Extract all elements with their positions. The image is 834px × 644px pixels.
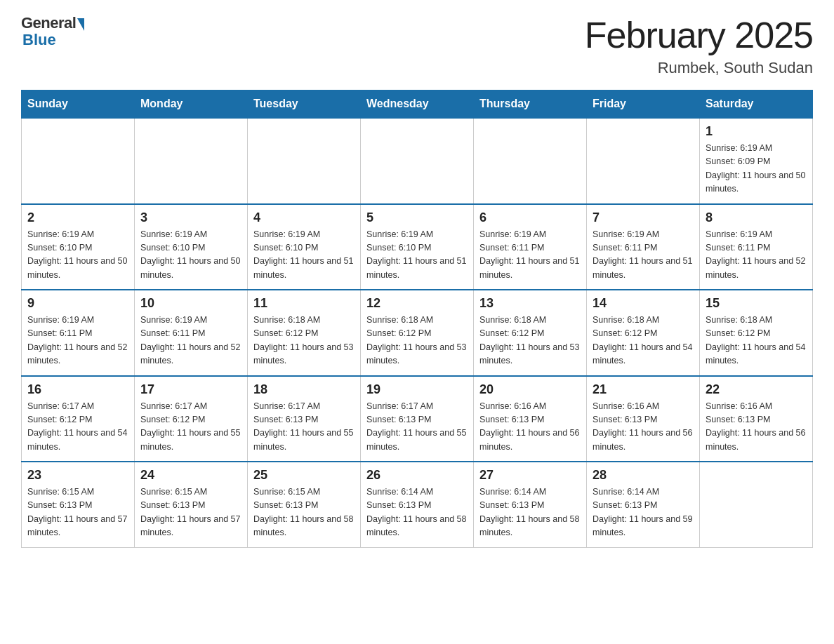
- day-header-monday: Monday: [135, 90, 248, 119]
- calendar-cell: 23Sunrise: 6:15 AM Sunset: 6:13 PM Dayli…: [22, 462, 135, 547]
- calendar-cell: [587, 118, 700, 204]
- calendar-cell: 18Sunrise: 6:17 AM Sunset: 6:13 PM Dayli…: [248, 376, 361, 462]
- calendar-cell: 19Sunrise: 6:17 AM Sunset: 6:13 PM Dayli…: [361, 376, 474, 462]
- day-info: Sunrise: 6:19 AM Sunset: 6:11 PM Dayligh…: [706, 229, 805, 280]
- days-of-week-row: SundayMondayTuesdayWednesdayThursdayFrid…: [22, 90, 813, 119]
- calendar-cell: 7Sunrise: 6:19 AM Sunset: 6:11 PM Daylig…: [587, 204, 700, 290]
- day-header-thursday: Thursday: [474, 90, 587, 119]
- day-number: 16: [27, 382, 128, 397]
- calendar-cell: 6Sunrise: 6:19 AM Sunset: 6:11 PM Daylig…: [474, 204, 587, 290]
- calendar-cell: 9Sunrise: 6:19 AM Sunset: 6:11 PM Daylig…: [22, 290, 135, 376]
- day-info: Sunrise: 6:19 AM Sunset: 6:11 PM Dayligh…: [140, 315, 240, 365]
- day-header-friday: Friday: [587, 90, 700, 119]
- calendar-cell: 4Sunrise: 6:19 AM Sunset: 6:10 PM Daylig…: [248, 204, 361, 290]
- day-info: Sunrise: 6:19 AM Sunset: 6:11 PM Dayligh…: [479, 229, 579, 280]
- calendar-cell: 1Sunrise: 6:19 AM Sunset: 6:09 PM Daylig…: [700, 118, 813, 204]
- day-info: Sunrise: 6:19 AM Sunset: 6:10 PM Dayligh…: [366, 229, 466, 280]
- day-info: Sunrise: 6:19 AM Sunset: 6:11 PM Dayligh…: [27, 315, 127, 365]
- calendar-cell: [361, 118, 474, 204]
- day-info: Sunrise: 6:18 AM Sunset: 6:12 PM Dayligh…: [479, 315, 579, 365]
- day-number: 5: [366, 210, 468, 225]
- calendar-cell: [135, 118, 248, 204]
- calendar-cell: 15Sunrise: 6:18 AM Sunset: 6:12 PM Dayli…: [700, 290, 813, 376]
- calendar-cell: 22Sunrise: 6:16 AM Sunset: 6:13 PM Dayli…: [700, 376, 813, 462]
- day-number: 4: [253, 210, 355, 225]
- day-info: Sunrise: 6:19 AM Sunset: 6:09 PM Dayligh…: [706, 143, 805, 194]
- day-info: Sunrise: 6:15 AM Sunset: 6:13 PM Dayligh…: [140, 487, 240, 537]
- day-number: 22: [706, 382, 807, 397]
- logo-blue-text: Blue: [22, 31, 56, 49]
- month-title: February 2025: [585, 14, 813, 56]
- day-number: 12: [366, 296, 468, 311]
- day-number: 13: [479, 296, 581, 311]
- day-info: Sunrise: 6:17 AM Sunset: 6:12 PM Dayligh…: [140, 401, 240, 452]
- day-info: Sunrise: 6:16 AM Sunset: 6:13 PM Dayligh…: [479, 401, 579, 452]
- calendar-cell: 27Sunrise: 6:14 AM Sunset: 6:13 PM Dayli…: [474, 462, 587, 547]
- day-info: Sunrise: 6:15 AM Sunset: 6:13 PM Dayligh…: [253, 487, 353, 537]
- day-info: Sunrise: 6:17 AM Sunset: 6:13 PM Dayligh…: [366, 401, 466, 452]
- day-header-wednesday: Wednesday: [361, 90, 474, 119]
- calendar-cell: 17Sunrise: 6:17 AM Sunset: 6:12 PM Dayli…: [135, 376, 248, 462]
- calendar-cell: 11Sunrise: 6:18 AM Sunset: 6:12 PM Dayli…: [248, 290, 361, 376]
- calendar-cell: 28Sunrise: 6:14 AM Sunset: 6:13 PM Dayli…: [587, 462, 700, 547]
- day-number: 2: [27, 210, 128, 225]
- calendar-cell: 21Sunrise: 6:16 AM Sunset: 6:13 PM Dayli…: [587, 376, 700, 462]
- calendar-cell: 3Sunrise: 6:19 AM Sunset: 6:10 PM Daylig…: [135, 204, 248, 290]
- day-info: Sunrise: 6:19 AM Sunset: 6:10 PM Dayligh…: [253, 229, 353, 280]
- day-info: Sunrise: 6:17 AM Sunset: 6:13 PM Dayligh…: [253, 401, 353, 452]
- calendar-cell: 10Sunrise: 6:19 AM Sunset: 6:11 PM Dayli…: [135, 290, 248, 376]
- day-number: 1: [706, 124, 807, 139]
- day-info: Sunrise: 6:19 AM Sunset: 6:11 PM Dayligh…: [593, 229, 692, 280]
- page-header: General Blue February 2025 Rumbek, South…: [21, 14, 813, 77]
- calendar-week-1: 1Sunrise: 6:19 AM Sunset: 6:09 PM Daylig…: [22, 118, 813, 204]
- calendar-cell: [22, 118, 135, 204]
- calendar-week-3: 9Sunrise: 6:19 AM Sunset: 6:11 PM Daylig…: [22, 290, 813, 376]
- calendar-week-5: 23Sunrise: 6:15 AM Sunset: 6:13 PM Dayli…: [22, 462, 813, 547]
- day-number: 20: [479, 382, 581, 397]
- logo-triangle-icon: [77, 18, 84, 31]
- day-info: Sunrise: 6:16 AM Sunset: 6:13 PM Dayligh…: [706, 401, 805, 452]
- logo-general-text: General: [21, 14, 76, 32]
- day-number: 25: [253, 468, 355, 483]
- day-info: Sunrise: 6:18 AM Sunset: 6:12 PM Dayligh…: [253, 315, 353, 365]
- day-number: 24: [140, 468, 241, 483]
- day-number: 17: [140, 382, 241, 397]
- day-number: 9: [27, 296, 128, 311]
- title-section: February 2025 Rumbek, South Sudan: [585, 14, 813, 77]
- day-number: 15: [706, 296, 807, 311]
- day-info: Sunrise: 6:18 AM Sunset: 6:12 PM Dayligh…: [593, 315, 692, 365]
- day-info: Sunrise: 6:15 AM Sunset: 6:13 PM Dayligh…: [27, 487, 127, 537]
- calendar-cell: [700, 462, 813, 547]
- day-number: 26: [366, 468, 468, 483]
- day-number: 23: [27, 468, 128, 483]
- calendar-cell: 12Sunrise: 6:18 AM Sunset: 6:12 PM Dayli…: [361, 290, 474, 376]
- calendar-week-4: 16Sunrise: 6:17 AM Sunset: 6:12 PM Dayli…: [22, 376, 813, 462]
- calendar-cell: 8Sunrise: 6:19 AM Sunset: 6:11 PM Daylig…: [700, 204, 813, 290]
- day-number: 19: [366, 382, 468, 397]
- day-number: 7: [593, 210, 694, 225]
- day-number: 21: [593, 382, 694, 397]
- day-number: 8: [706, 210, 807, 225]
- day-info: Sunrise: 6:17 AM Sunset: 6:12 PM Dayligh…: [27, 401, 127, 452]
- calendar-cell: 14Sunrise: 6:18 AM Sunset: 6:12 PM Dayli…: [587, 290, 700, 376]
- calendar-cell: 24Sunrise: 6:15 AM Sunset: 6:13 PM Dayli…: [135, 462, 248, 547]
- day-number: 10: [140, 296, 241, 311]
- calendar-cell: 13Sunrise: 6:18 AM Sunset: 6:12 PM Dayli…: [474, 290, 587, 376]
- day-header-saturday: Saturday: [700, 90, 813, 119]
- logo: General Blue: [21, 14, 84, 49]
- calendar-week-2: 2Sunrise: 6:19 AM Sunset: 6:10 PM Daylig…: [22, 204, 813, 290]
- day-number: 27: [479, 468, 581, 483]
- day-number: 14: [593, 296, 694, 311]
- calendar-cell: 16Sunrise: 6:17 AM Sunset: 6:12 PM Dayli…: [22, 376, 135, 462]
- calendar-table: SundayMondayTuesdayWednesdayThursdayFrid…: [21, 90, 813, 548]
- day-info: Sunrise: 6:19 AM Sunset: 6:10 PM Dayligh…: [140, 229, 240, 280]
- day-number: 28: [593, 468, 694, 483]
- location-title: Rumbek, South Sudan: [585, 59, 813, 77]
- day-number: 11: [253, 296, 355, 311]
- day-info: Sunrise: 6:14 AM Sunset: 6:13 PM Dayligh…: [593, 487, 692, 537]
- day-info: Sunrise: 6:16 AM Sunset: 6:13 PM Dayligh…: [593, 401, 692, 452]
- calendar-cell: 20Sunrise: 6:16 AM Sunset: 6:13 PM Dayli…: [474, 376, 587, 462]
- calendar-cell: 26Sunrise: 6:14 AM Sunset: 6:13 PM Dayli…: [361, 462, 474, 547]
- day-info: Sunrise: 6:18 AM Sunset: 6:12 PM Dayligh…: [706, 315, 805, 365]
- calendar-body: 1Sunrise: 6:19 AM Sunset: 6:09 PM Daylig…: [22, 118, 813, 547]
